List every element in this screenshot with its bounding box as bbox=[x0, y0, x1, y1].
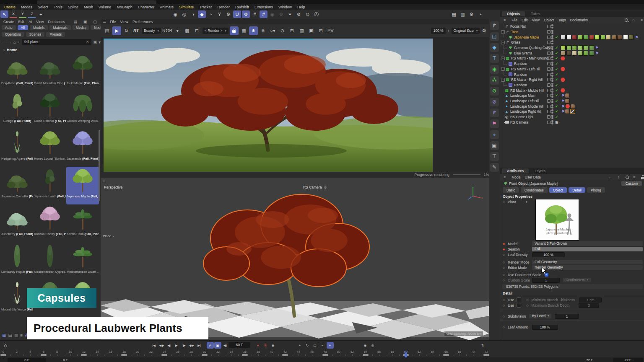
object-row-common-quaking-grass[interactable]: ΨCommon Quaking Grass✓⚑ bbox=[500, 45, 644, 51]
texture-tag-icon[interactable] bbox=[565, 99, 569, 103]
object-row-rs-matrix-right-hill[interactable]: -▦RS Matrix - Right Hill✓ bbox=[500, 77, 644, 83]
annotation-flag-icon[interactable]: ⚑ bbox=[561, 104, 565, 109]
character-icon[interactable]: Y bbox=[216, 10, 223, 18]
menubar-item-animate[interactable]: Animate bbox=[160, 5, 174, 9]
enabled-checkmark-icon[interactable]: ✓ bbox=[555, 93, 558, 98]
pyro-icon[interactable]: ⊜ bbox=[304, 10, 312, 18]
keyframe-marker-54[interactable] bbox=[363, 354, 369, 356]
object-name[interactable]: RS Matrix - Middle Hill bbox=[510, 88, 544, 93]
asset-item-mediterranean-cypres[interactable]: Mediterranean Cypres... bbox=[34, 242, 66, 280]
material-swatch[interactable] bbox=[606, 35, 611, 40]
object-name[interactable]: RS Matrix - Left Hill bbox=[511, 67, 540, 71]
object-name[interactable]: Landscape Main bbox=[510, 93, 535, 98]
lock-icon[interactable] bbox=[641, 177, 644, 179]
keyframe-marker-24[interactable] bbox=[161, 354, 167, 356]
object-name[interactable]: RS Dome Light bbox=[510, 115, 533, 119]
search-icon[interactable] bbox=[625, 18, 628, 22]
add-to-viewer-icon[interactable]: ⊞ bbox=[317, 26, 325, 35]
object-name[interactable]: Blue Grama bbox=[514, 51, 532, 55]
current-frame-field[interactable]: 60 F bbox=[229, 342, 250, 348]
asset-item-field-maple[interactable]: Field Maple (Fall, Plant) bbox=[66, 54, 99, 91]
material-swatch[interactable] bbox=[583, 35, 588, 40]
range-end-field[interactable]: 72 F bbox=[613, 358, 643, 362]
menubar-item-mesh[interactable]: Mesh bbox=[84, 5, 93, 9]
subdivision-surface-icon[interactable]: ◉ bbox=[490, 65, 499, 74]
menubar-item-modes[interactable]: Modes bbox=[21, 5, 32, 9]
keyframe-marker-48[interactable] bbox=[322, 354, 328, 356]
asset-menu-view[interactable]: View bbox=[36, 20, 44, 24]
layer-and-visibility-toggles[interactable] bbox=[547, 104, 553, 109]
material-swatch[interactable] bbox=[578, 51, 583, 56]
annotation-flag-icon[interactable]: ⚑ bbox=[561, 109, 565, 114]
leaf-density-field[interactable]: 100 % bbox=[532, 252, 565, 257]
breadcrumb-label[interactable]: Home bbox=[7, 48, 17, 52]
viewport-menu-icon[interactable]: ≡ bbox=[103, 179, 105, 184]
texture-tag-icon[interactable] bbox=[565, 93, 569, 98]
sort-icon[interactable]: ≡ bbox=[20, 333, 23, 338]
layer-and-visibility-toggles[interactable] bbox=[547, 109, 553, 114]
material-swatch[interactable] bbox=[566, 51, 571, 56]
redshift-tag-icon[interactable] bbox=[565, 104, 570, 109]
filter-icon[interactable]: ≡ bbox=[641, 18, 643, 22]
material-swatch[interactable] bbox=[583, 51, 588, 56]
axis-z-button[interactable]: Z bbox=[28, 11, 36, 18]
editor-mode-dropdown[interactable]: Render Geometry bbox=[532, 265, 643, 270]
search-input[interactable]: fall plant ✕ bbox=[22, 39, 92, 45]
key-parameter-button[interactable]: ≡ bbox=[319, 342, 326, 349]
filter-tab-all[interactable]: All bbox=[18, 25, 28, 30]
render-view-menu-file[interactable]: File bbox=[110, 20, 116, 24]
history-back-icon[interactable]: ← bbox=[608, 175, 612, 179]
sim-cloth-icon[interactable]: ◆ bbox=[198, 10, 206, 18]
redshift-tag-icon[interactable] bbox=[561, 88, 565, 93]
material-swatch[interactable] bbox=[623, 35, 628, 40]
forward-icon[interactable]: → bbox=[8, 40, 12, 44]
subdivision-mode-dropdown[interactable]: By Level▾ bbox=[529, 314, 551, 318]
render-history-icon[interactable]: ◔ bbox=[476, 10, 484, 18]
image-icon[interactable]: ▣ bbox=[307, 26, 316, 35]
material-swatch[interactable] bbox=[572, 45, 577, 50]
autokey-button[interactable]: Ⓐ bbox=[262, 342, 269, 349]
falloff-icon[interactable]: ↱ bbox=[490, 109, 499, 117]
particles-settings-icon[interactable]: ⚙ bbox=[277, 10, 285, 18]
sim-scene-icon[interactable]: ◉ bbox=[171, 10, 179, 18]
enabled-checkmark-icon[interactable]: ✓ bbox=[555, 35, 558, 39]
playhead[interactable] bbox=[405, 353, 407, 357]
key-pla-button[interactable]: ✂ bbox=[327, 342, 334, 349]
object-row-rs-dome-light[interactable]: ◎RS Dome Light✓ bbox=[500, 114, 644, 120]
enabled-checkmark-icon[interactable]: ✓ bbox=[555, 109, 558, 114]
key-position-button[interactable]: + bbox=[296, 342, 304, 349]
keyframe-selection-button[interactable]: ◉ bbox=[270, 342, 277, 349]
section-tab-basic[interactable]: Basic bbox=[503, 187, 519, 193]
grid-array-icon[interactable]: # bbox=[251, 10, 259, 18]
asset-item-mediterranean-dwarf[interactable]: Mediterranean Dwarf ... bbox=[66, 242, 99, 280]
asset-menu-ai[interactable]: AI bbox=[29, 20, 32, 24]
panel-popout-icon[interactable]: ▢ bbox=[93, 20, 97, 24]
object-row-japanese-maple[interactable]: ΨJapanese Maple✓⚑ bbox=[500, 34, 644, 40]
zoom-field[interactable]: 100 % bbox=[431, 28, 445, 34]
annotation-flag-icon[interactable]: ⚑ bbox=[635, 35, 639, 39]
filter-tab-presets[interactable]: Presets bbox=[46, 32, 65, 37]
object-manager-tab-objects[interactable]: Objects bbox=[502, 11, 525, 16]
expander-icon[interactable]: - bbox=[501, 78, 505, 82]
forces-icon[interactable]: U bbox=[233, 10, 241, 18]
menubar-item-tracker[interactable]: Tracker bbox=[199, 5, 212, 9]
object-row-grass[interactable]: -↱Grass bbox=[500, 40, 644, 45]
sim-rope-icon[interactable]: ◔ bbox=[207, 10, 215, 18]
place-tool-chip[interactable]: Place ▾ bbox=[103, 234, 114, 238]
material-swatch[interactable] bbox=[578, 45, 583, 50]
redshift-tag-icon[interactable] bbox=[561, 56, 565, 61]
tweak-icon[interactable]: ✎ bbox=[490, 163, 499, 172]
layer-and-visibility-toggles[interactable] bbox=[547, 30, 553, 34]
keyframe-marker-6[interactable] bbox=[41, 354, 47, 356]
render-settings-icon[interactable]: ⚙ bbox=[467, 10, 475, 18]
viewport-name-label[interactable]: Perspective bbox=[104, 185, 122, 189]
section-tab-phong[interactable]: Phong bbox=[587, 187, 605, 193]
filter-tab-media[interactable]: Media bbox=[73, 25, 89, 30]
object-row-random[interactable]: Random✓ bbox=[500, 61, 644, 67]
expander-icon[interactable]: - bbox=[501, 41, 505, 44]
menubar-item-mograph[interactable]: MoGraph bbox=[117, 5, 132, 9]
use-min-checkbox[interactable] bbox=[517, 297, 521, 302]
goto-start-button[interactable]: |◀ bbox=[151, 342, 158, 349]
asset-item-lombardy-poplar[interactable]: Lombardy Poplar (Fall... bbox=[1, 242, 34, 280]
record-button[interactable]: ● bbox=[254, 342, 262, 349]
